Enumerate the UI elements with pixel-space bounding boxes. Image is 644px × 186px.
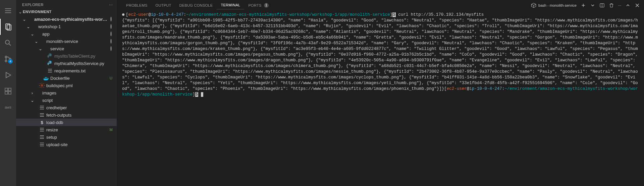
activity-search[interactable] — [0, 35, 16, 51]
file-credhelper[interactable]: credhelper — [16, 104, 117, 111]
file-icon — [39, 112, 45, 118]
folder-service[interactable]: ⌄service — [16, 45, 117, 52]
chevron-down-icon: ⌄ — [17, 9, 23, 14]
cube-icon — [531, 3, 536, 8]
svg-point-18 — [41, 85, 43, 86]
svg-line-6 — [9, 44, 11, 46]
terminal-shell-label[interactable]: bash - monolith-service — [531, 3, 577, 8]
svg-point-7 — [5, 56, 7, 58]
activity-run-debug[interactable] — [0, 67, 16, 83]
chevron-down-icon[interactable] — [590, 3, 595, 8]
activity-extensions[interactable] — [0, 83, 16, 99]
activity-bar: 4 aws — [0, 0, 16, 186]
chevron-down-icon: ⌄ — [34, 39, 39, 44]
file-buildspec.yml[interactable]: buildspec.yml — [16, 82, 117, 89]
sidebar-title: EXPLORER — [22, 3, 44, 7]
file-setup[interactable]: setup — [16, 133, 117, 141]
folder-app[interactable]: ⌄app — [16, 30, 117, 38]
terminal-content[interactable]: [ec2-user@ip-10-0-4-247:~/environment/am… — [117, 11, 644, 186]
py-icon — [47, 60, 53, 66]
file-tree: ⌄ ENVIRONMENT ⌄amazon-ecs-mythicalmysfit… — [16, 8, 117, 186]
unsaved-dot-icon — [108, 47, 114, 51]
file-icon — [39, 127, 45, 133]
file-icon — [39, 105, 45, 111]
close-icon[interactable] — [635, 3, 640, 8]
tab-debug-console[interactable]: DEBUG CONSOLE — [175, 1, 217, 9]
terminal-cursor — [201, 92, 203, 97]
chevron-up-icon[interactable] — [625, 3, 631, 8]
file-icon — [39, 141, 45, 147]
file-mysfitsTableClient.py[interactable]: mysfitsTableClient.py — [16, 52, 117, 60]
tab-ports[interactable]: PORTS 1 — [244, 1, 273, 10]
chevron-down-icon: ⌄ — [30, 98, 35, 103]
chevron-down-icon: ⌄ — [21, 17, 27, 22]
file-mythicalMysfitsService.py[interactable]: mythicalMysfitsService.py — [16, 60, 117, 67]
chevron-right-icon: › — [30, 90, 35, 96]
activity-source-control[interactable]: 4 — [0, 51, 16, 67]
panel-more-icon[interactable]: ··· — [618, 3, 621, 7]
docker-icon — [43, 75, 49, 81]
svg-marker-10 — [6, 72, 11, 78]
folder-script[interactable]: ⌄script — [16, 97, 117, 104]
git-status: M — [108, 128, 114, 132]
svg-rect-13 — [5, 91, 8, 94]
folder-images[interactable]: ›images — [16, 89, 117, 97]
trash-icon[interactable] — [609, 3, 614, 8]
ports-count: 1 — [264, 3, 269, 8]
activity-aws[interactable]: aws — [0, 99, 16, 115]
file-Dockerfile[interactable]: DockerfileU — [16, 74, 117, 82]
tree-section[interactable]: ⌄ ENVIRONMENT — [16, 8, 117, 15]
tab-terminal[interactable]: TERMINAL — [217, 1, 244, 9]
file-requirements.txt[interactable]: requirements.txt — [16, 67, 117, 74]
svg-rect-12 — [8, 88, 11, 91]
file-load-ddb[interactable]: $load-ddb — [16, 119, 117, 126]
git-status: U — [108, 76, 114, 80]
yml-icon — [39, 82, 45, 88]
tab-problems[interactable]: PROBLEMS — [122, 1, 152, 9]
file-icon — [47, 68, 53, 74]
unsaved-dot-icon — [108, 24, 114, 28]
tab-output[interactable]: OUTPUT — [152, 1, 175, 9]
split-panel-icon[interactable] — [599, 3, 605, 8]
panel-tabs: PROBLEMS OUTPUT DEBUG CONSOLE TERMINAL P… — [117, 0, 644, 11]
file-fetch-outputs[interactable]: fetch-outputs — [16, 111, 117, 119]
chevron-down-icon: ⌄ — [38, 46, 43, 51]
scm-badge: 4 — [8, 59, 13, 64]
unsaved-dot-icon — [108, 32, 114, 36]
file-icon — [39, 134, 45, 140]
py-icon — [47, 53, 53, 59]
plus-icon[interactable] — [581, 3, 586, 8]
unsaved-dot-icon — [108, 39, 114, 43]
folder-monolith-service[interactable]: ⌄monolith-service — [16, 38, 117, 45]
terminal-output: {"mysfits": [{"mysfitId": "a901bb08-1985… — [122, 18, 638, 91]
svg-point-8 — [5, 60, 7, 62]
folder-workshop-1[interactable]: ⌄workshop-1 — [16, 23, 117, 30]
sidebar-more-icon[interactable]: ··· — [109, 3, 113, 7]
svg-rect-11 — [5, 88, 8, 91]
bottom-panel: PROBLEMS OUTPUT DEBUG CONSOLE TERMINAL P… — [117, 0, 644, 186]
unsaved-dot-icon — [108, 17, 114, 21]
file-upload-site[interactable]: upload-site — [16, 141, 117, 148]
activity-explorer[interactable] — [0, 19, 16, 35]
chevron-down-icon: ⌄ — [25, 24, 31, 29]
svg-rect-14 — [8, 91, 11, 94]
file-resize[interactable]: resizeM — [16, 126, 117, 133]
sidebar: EXPLORER ··· ⌄ ENVIRONMENT ⌄amazon-ecs-m… — [16, 0, 117, 186]
activity-menu[interactable] — [0, 3, 16, 19]
sh-icon: $ — [39, 120, 45, 125]
folder-amazon-ecs-mythicalmysfits-workshop[interactable]: ⌄amazon-ecs-mythicalmysfits-workshop — [16, 15, 117, 23]
modified-dot-icon — [122, 13, 124, 16]
svg-point-5 — [5, 40, 9, 44]
chevron-down-icon: ⌄ — [30, 32, 35, 37]
